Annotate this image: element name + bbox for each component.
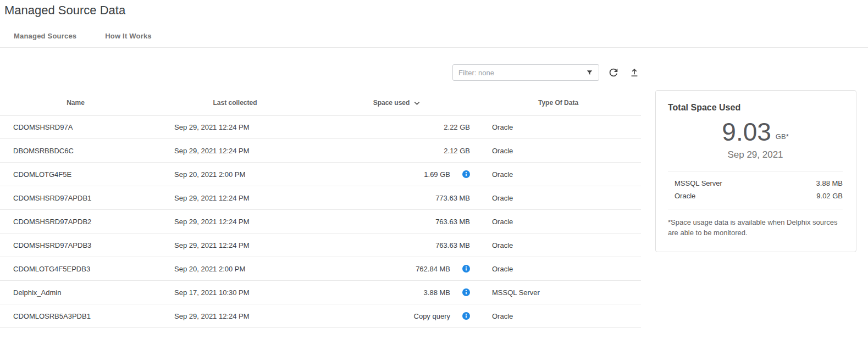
tab-bar: Managed Sources How It Works [0, 32, 868, 48]
data-type: Oracle [476, 241, 641, 249]
filter-box[interactable] [452, 64, 599, 81]
space-used-cell: 763.63 MB [319, 241, 476, 249]
space-used-cell: 2.22 GB [319, 123, 476, 131]
last-collected: Sep 17, 2021 10:30 PM [151, 288, 319, 297]
breakdown-value: 3.88 MB [816, 179, 843, 187]
column-header-type-of-data[interactable]: Type Of Data [476, 99, 641, 107]
last-collected: Sep 20, 2021 2:00 PM [151, 170, 319, 179]
space-used-cell: 773.63 MB [319, 194, 476, 202]
tab-managed-sources[interactable]: Managed Sources [14, 32, 76, 40]
export-button[interactable] [628, 66, 641, 79]
source-name: Delphix_Admin [0, 288, 151, 297]
last-collected: Sep 29, 2021 12:24 PM [151, 147, 319, 155]
last-collected: Sep 29, 2021 12:24 PM [151, 194, 319, 202]
space-used-value: 762.84 MB [416, 265, 450, 273]
sort-desc-icon [413, 99, 421, 107]
info-icon[interactable] [462, 170, 470, 178]
source-name: CDOMSHSRD97APDB1 [0, 194, 151, 202]
breakdown-label: MSSQL Server [675, 179, 722, 187]
breakdown-value: 9.02 GB [816, 192, 843, 200]
data-type: Oracle [476, 170, 641, 179]
table-row[interactable]: CDOMSHSRD97APDB1 Sep 29, 2021 12:24 PM 7… [0, 186, 641, 210]
panel-title: Total Space Used [668, 103, 843, 113]
total-space-value-row: 9.03 GB* [668, 119, 843, 145]
breakdown-row-oracle: Oracle 9.02 GB [668, 190, 843, 202]
data-type: Oracle [476, 147, 641, 155]
column-header-space-used[interactable]: Space used [319, 99, 476, 107]
source-name: CDOMSHSRD97A [0, 123, 151, 131]
table-row[interactable]: DBOMSRBBDC6C Sep 29, 2021 12:24 PM 2.12 … [0, 139, 641, 163]
data-type: Oracle [476, 218, 641, 226]
copy-query-link[interactable]: Copy query [414, 312, 450, 320]
table-header-row: Name Last collected Space used Type Of D… [0, 90, 641, 115]
data-type: MSSQL Server [476, 288, 641, 297]
space-used-cell: 762.84 MB [319, 265, 476, 273]
space-used-cell: 763.63 MB [319, 218, 476, 226]
last-collected: Sep 29, 2021 12:24 PM [151, 312, 319, 320]
source-name: DBOMSRBBDC6C [0, 147, 151, 155]
space-used-value: 3.88 MB [424, 288, 450, 297]
table-body: CDOMSHSRD97A Sep 29, 2021 12:24 PM 2.22 … [0, 115, 641, 328]
column-header-last-collected[interactable]: Last collected [151, 99, 319, 107]
main-content: Name Last collected Space used Type Of D… [0, 90, 868, 328]
space-usage-footnote: *Space usage data is available when Delp… [668, 218, 843, 238]
tab-how-it-works[interactable]: How It Works [105, 32, 152, 40]
source-name: CDOMLOTG4F5EPDB3 [0, 265, 151, 273]
data-type: Oracle [476, 123, 641, 131]
source-name: CDOMSHSRD97APDB3 [0, 241, 151, 249]
info-icon[interactable] [462, 265, 470, 273]
data-type: Oracle [476, 194, 641, 202]
managed-sources-table: Name Last collected Space used Type Of D… [0, 90, 641, 328]
table-row[interactable]: CDOMLOSRB5A3PDB1 Sep 29, 2021 12:24 PM C… [0, 304, 641, 328]
space-used-value: 763.63 MB [435, 241, 470, 249]
space-breakdown-list: MSSQL Server 3.88 MB Oracle 9.02 GB [668, 171, 843, 209]
space-used-value: 2.22 GB [444, 123, 470, 131]
total-space-value: 9.03 [722, 119, 771, 145]
column-header-name[interactable]: Name [0, 99, 151, 107]
total-space-unit: GB* [776, 132, 789, 145]
table-row[interactable]: CDOMSHSRD97APDB3 Sep 29, 2021 12:24 PM 7… [0, 234, 641, 257]
data-type: Oracle [476, 312, 641, 320]
space-used-value: 1.69 GB [424, 170, 450, 179]
last-collected: Sep 29, 2021 12:24 PM [151, 218, 319, 226]
managed-source-data-page: Managed Source Data Managed Sources How … [0, 3, 868, 339]
data-type: Oracle [476, 265, 641, 273]
refresh-button[interactable] [607, 66, 620, 79]
filter-input[interactable] [458, 69, 585, 77]
space-used-cell: 2.12 GB [319, 147, 476, 155]
table-toolbar [0, 64, 641, 81]
source-name: CDOMLOTG4F5E [0, 170, 151, 179]
table-row[interactable]: CDOMLOTG4F5EPDB3 Sep 20, 2021 2:00 PM 76… [0, 257, 641, 281]
source-name: CDOMLOSRB5A3PDB1 [0, 312, 151, 320]
breakdown-label: Oracle [675, 192, 695, 200]
info-icon[interactable] [462, 288, 470, 296]
space-used-value: 2.12 GB [444, 147, 470, 155]
table-row[interactable]: CDOMSHSRD97APDB2 Sep 29, 2021 12:24 PM 7… [0, 210, 641, 234]
info-icon[interactable] [462, 312, 470, 320]
space-used-cell: Copy query [319, 312, 476, 320]
table-row[interactable]: Delphix_Admin Sep 17, 2021 10:30 PM 3.88… [0, 281, 641, 304]
as-of-date: Sep 29, 2021 [668, 149, 843, 160]
total-space-used-panel: Total Space Used 9.03 GB* Sep 29, 2021 M… [655, 90, 856, 252]
page-title: Managed Source Data [4, 3, 868, 18]
space-used-value: 773.63 MB [435, 194, 470, 202]
breakdown-row-mssql: MSSQL Server 3.88 MB [668, 177, 843, 190]
last-collected: Sep 20, 2021 2:00 PM [151, 265, 319, 273]
filter-funnel-icon[interactable] [585, 69, 594, 77]
table-row[interactable]: CDOMLOTG4F5E Sep 20, 2021 2:00 PM 1.69 G… [0, 163, 641, 186]
table-row[interactable]: CDOMSHSRD97A Sep 29, 2021 12:24 PM 2.22 … [0, 115, 641, 139]
source-name: CDOMSHSRD97APDB2 [0, 218, 151, 226]
last-collected: Sep 29, 2021 12:24 PM [151, 241, 319, 249]
space-used-cell: 3.88 MB [319, 288, 476, 297]
last-collected: Sep 29, 2021 12:24 PM [151, 123, 319, 131]
space-used-cell: 1.69 GB [319, 170, 476, 179]
space-used-value: 763.63 MB [435, 218, 470, 226]
